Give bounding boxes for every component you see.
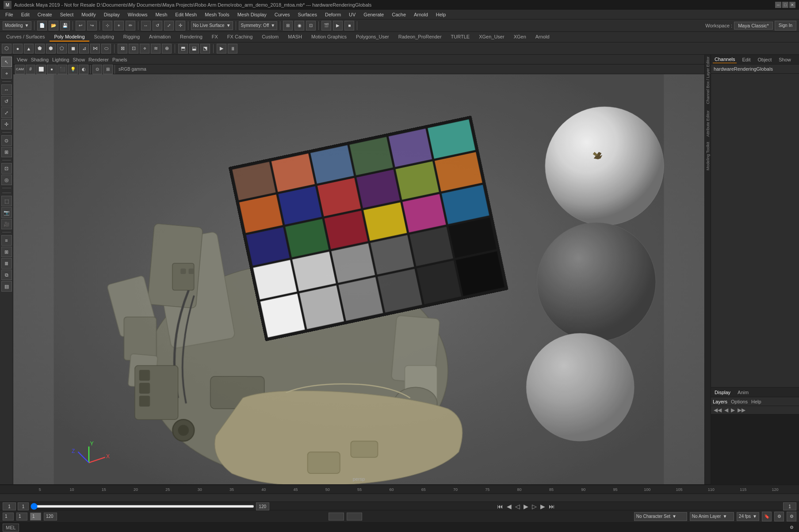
layer-btn[interactable]: ⧉ [1, 270, 12, 280]
anim-layer-dropdown[interactable]: No Anim Layer ▼ [690, 512, 734, 521]
menu-surfaces[interactable]: Surfaces [294, 11, 321, 18]
dsub-tab-options[interactable]: Options [731, 399, 748, 404]
camera-tool-btn[interactable]: 📷 [1, 207, 12, 218]
tab-custom[interactable]: Custom [257, 33, 283, 42]
shelf-icon-6[interactable]: ⬠ [57, 44, 67, 53]
tab-polygons-user[interactable]: Polygons_User [352, 33, 394, 42]
tab-radeon[interactable]: Radeon_ProRender [394, 33, 446, 42]
frame-start-input[interactable] [3, 502, 16, 510]
viewport-menu-view[interactable]: View [17, 57, 27, 62]
shelf-icon-7[interactable]: ◼ [68, 44, 78, 53]
prev-key-btn[interactable]: ◁ [514, 503, 521, 510]
attribute-btn[interactable]: ⊞ [1, 247, 12, 257]
vp-cam-btn[interactable]: CAM [15, 65, 25, 74]
shelf-icon-9[interactable]: ⋈ [90, 44, 100, 53]
redo-btn[interactable]: ↪ [87, 21, 97, 30]
script-input-field[interactable] [21, 524, 785, 531]
range-current-input[interactable] [16, 513, 27, 521]
frame-current-input[interactable] [18, 502, 29, 510]
tab-poly-modeling[interactable]: Poly Modeling [50, 33, 89, 42]
frame-slider[interactable] [31, 505, 254, 508]
snap-grid-btn[interactable]: ⊞ [283, 21, 293, 30]
script-run-btn[interactable]: ⚙ [787, 523, 796, 532]
open-scene-btn[interactable]: 📂 [49, 21, 58, 30]
dpanel-tab-anim[interactable]: Anim [736, 389, 750, 396]
snap-point-btn[interactable]: ◎ [1, 175, 12, 185]
save-scene-btn[interactable]: 💾 [60, 21, 70, 30]
menu-modify[interactable]: Modify [78, 11, 99, 18]
shelf-icon-5[interactable]: ⬢ [46, 44, 56, 53]
shelf-icon-19[interactable]: ▶ [217, 44, 226, 53]
shelf-icon-4[interactable]: ⬟ [35, 44, 45, 53]
close-button[interactable]: ✕ [789, 2, 795, 8]
render-btn[interactable]: 🎬 [321, 21, 331, 30]
vp-light-btn[interactable]: 💡 [68, 65, 78, 74]
vp-smooth-btn[interactable]: ● [47, 65, 57, 74]
viewport-menu-shading[interactable]: Shading [31, 57, 49, 62]
shelf-icon-14[interactable]: ≋ [151, 44, 161, 53]
new-scene-btn[interactable]: 📄 [37, 21, 47, 30]
shelf-icon-10[interactable]: ⬭ [101, 44, 111, 53]
vp-resolution-btn[interactable]: ⊞ [103, 65, 113, 74]
no-live-surface-dropdown[interactable]: No Live Surface ▼ [191, 21, 233, 30]
tab-turtle[interactable]: TURTLE [447, 33, 474, 42]
shelf-icon-15[interactable]: ⊕ [162, 44, 172, 53]
shelf-icon-11[interactable]: ⊠ [118, 44, 127, 53]
menu-help[interactable]: Help [432, 11, 450, 18]
universal-manip-btn[interactable]: ✢ [1, 119, 12, 129]
show-manip-btn[interactable]: ⊞ [1, 147, 12, 157]
symmetry-dropdown[interactable]: Symmetry: Off ▼ [239, 21, 278, 30]
tab-curves-surfaces[interactable]: Curves / Surfaces [2, 33, 49, 42]
vp-isolate-btn[interactable]: ⊙ [92, 65, 102, 74]
nav-prev[interactable]: ◀ [723, 407, 729, 413]
minimize-button[interactable]: ─ [775, 2, 781, 8]
viewport-menu-panels[interactable]: Panels [112, 57, 127, 62]
tab-rendering[interactable]: Rendering [176, 33, 207, 42]
menu-deform[interactable]: Deform [321, 11, 344, 18]
render-region-btn[interactable]: ⬚ [1, 196, 12, 206]
sign-in-btn[interactable]: Sign In [775, 21, 796, 30]
menu-edit[interactable]: Edit [18, 11, 33, 18]
fps-dropdown[interactable]: 24 fps ▼ [737, 512, 759, 521]
menu-mesh[interactable]: Mesh [152, 11, 171, 18]
next-frame-btn[interactable]: ▶ [539, 503, 546, 510]
menu-create[interactable]: Create [34, 11, 56, 18]
script-settings-btn[interactable]: ⚙ [787, 512, 796, 521]
workspace-mode-dropdown[interactable]: Modeling ▼ [3, 21, 31, 30]
list-btn[interactable]: ▤ [1, 281, 12, 292]
menu-mesh-display[interactable]: Mesh Display [234, 11, 270, 18]
tab-xgen[interactable]: XGen [509, 33, 531, 42]
dpanel-tab-display[interactable]: Display [713, 389, 732, 396]
viewport-menu-renderer[interactable]: Renderer [88, 57, 109, 62]
paint-btn[interactable]: ✏ [126, 21, 135, 30]
shelf-icon-3[interactable]: ▲ [24, 44, 34, 53]
range-slider-value[interactable] [30, 513, 41, 521]
playback-start-input[interactable]: 120 [329, 513, 344, 521]
rotate-tool-btn[interactable]: ↺ [1, 96, 12, 106]
menu-file[interactable]: File [2, 11, 17, 18]
move-tool-btn[interactable]: ↔ [1, 84, 12, 95]
viewport-menu-lighting[interactable]: Lighting [52, 57, 69, 62]
vp-shadow-btn[interactable]: ◐ [79, 65, 88, 74]
dsub-tab-layers[interactable]: Layers [713, 399, 727, 404]
channel-box-btn[interactable]: ≣ [1, 258, 12, 269]
goto-end-btn[interactable]: ⏭ [548, 503, 556, 510]
maximize-button[interactable]: □ [782, 2, 788, 8]
rpanel-tab-object[interactable]: Object [756, 56, 773, 63]
shelf-icon-2[interactable]: ● [13, 44, 23, 53]
outliner-btn[interactable]: ≡ [1, 235, 12, 246]
vp-grid-btn[interactable]: # [26, 65, 35, 74]
snap-curve-btn[interactable]: ◉ [294, 21, 304, 30]
shelf-icon-18[interactable]: ⬔ [200, 44, 210, 53]
viewport-content[interactable]: X Y Z persp [13, 74, 704, 484]
vp-texture-btn[interactable]: ⬛ [57, 65, 67, 74]
shelf-icon-8[interactable]: ⊿ [79, 44, 89, 53]
undo-btn[interactable]: ↩ [76, 21, 85, 30]
menu-edit-mesh[interactable]: Edit Mesh [172, 11, 200, 18]
rpanel-tab-edit[interactable]: Edit [740, 56, 752, 63]
mel-label[interactable]: MEL [3, 524, 19, 532]
rpanel-tab-channels[interactable]: Channels [713, 56, 737, 63]
modeling-toolkit-edge-label[interactable]: Modeling Toolkit [705, 140, 711, 172]
shelf-icon-13[interactable]: ⋄ [140, 44, 149, 53]
nav-prev-prev[interactable]: ◀◀ [713, 407, 723, 413]
